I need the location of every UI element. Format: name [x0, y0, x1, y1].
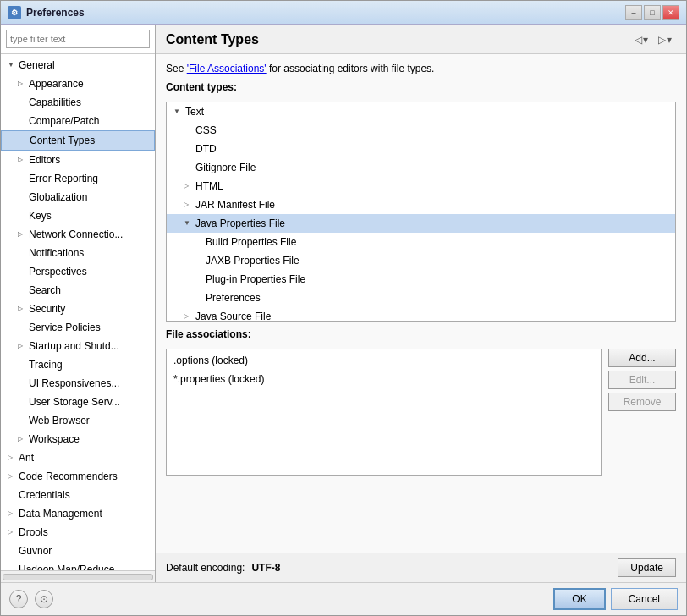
tree-item-hadoop-mapreduce[interactable]: Hadoop Map/Reduce: [1, 560, 155, 570]
tree-item-content-types[interactable]: Content Types: [1, 130, 155, 151]
tree-label-search: Search: [29, 283, 61, 298]
help-button[interactable]: ?: [9, 590, 28, 608]
fa-item-properties[interactable]: *.properties (locked): [168, 370, 599, 388]
ct-label-jaxb-properties: JAXB Properties File: [206, 253, 300, 268]
tree-label-perspectives: Perspectives: [29, 264, 87, 279]
ct-item-plugin-properties[interactable]: Plug-in Properties File: [167, 270, 675, 289]
tree-item-editors[interactable]: ▷Editors: [1, 151, 155, 169]
encoding-row: Default encoding: UTF-8 Update: [156, 553, 686, 582]
tree-item-ui-responsiveness[interactable]: UI Responsivenes...: [1, 374, 155, 393]
encoding-label: Default encoding:: [166, 562, 245, 574]
ct-item-build-properties[interactable]: Build Properties File: [167, 233, 675, 251]
ct-arrow-java-properties: ▼: [184, 216, 192, 231]
ct-arrow-java-source: ▷: [184, 309, 192, 322]
tree-item-credentials[interactable]: Credentials: [1, 486, 155, 504]
tree-item-workspace[interactable]: ▷Workspace: [1, 430, 155, 448]
fa-item-options[interactable]: .options (locked): [168, 351, 599, 370]
ct-item-jar-manifest[interactable]: ▷JAR Manifest File: [167, 195, 675, 214]
filter-input[interactable]: [6, 30, 150, 48]
horizontal-scrollbar[interactable]: [1, 570, 155, 582]
link-button[interactable]: ⊙: [35, 590, 53, 608]
ok-button[interactable]: OK: [553, 588, 605, 610]
tree-item-globalization[interactable]: Globalization: [1, 188, 155, 206]
tree-arrow-data-management: ▷: [8, 506, 16, 521]
file-assoc-list[interactable]: .options (locked)*.properties (locked): [166, 349, 602, 476]
update-button[interactable]: Update: [618, 558, 676, 577]
tree-item-ant[interactable]: ▷Ant: [1, 448, 155, 467]
tree-item-error-reporting[interactable]: Error Reporting: [1, 169, 155, 188]
tree-item-compare-patch[interactable]: Compare/Patch: [1, 112, 155, 130]
tree-item-perspectives[interactable]: Perspectives: [1, 262, 155, 281]
tree-item-code-recommenders[interactable]: ▷Code Recommenders: [1, 467, 155, 486]
ct-arrow-jar-manifest: ▷: [184, 197, 192, 212]
tree-label-data-management: Data Management: [19, 506, 102, 521]
bottom-bar: ? ⊙ OK Cancel: [1, 582, 686, 615]
tree-label-editors: Editors: [29, 152, 60, 168]
ct-label-html: HTML: [195, 179, 223, 194]
tree-item-appearance[interactable]: ▷Appearance: [1, 74, 155, 93]
ct-item-java-source[interactable]: ▷Java Source File: [167, 307, 675, 322]
back-button[interactable]: ◁ ▾: [630, 31, 652, 48]
ct-item-text-root[interactable]: ▼Text: [167, 102, 675, 121]
tree-label-network-connections: Network Connectio...: [29, 227, 123, 242]
minimize-button[interactable]: –: [625, 5, 642, 20]
tree-item-keys[interactable]: Keys: [1, 206, 155, 225]
right-panel: Content Types ◁ ▾ ▷ ▾ See 'File Associat…: [156, 25, 686, 582]
tree-item-user-storage[interactable]: User Storage Serv...: [1, 393, 155, 411]
content-types-panel[interactable]: ▼TextCSSDTDGitignore File▷HTML▷JAR Manif…: [166, 102, 676, 322]
tree-label-security: Security: [29, 301, 65, 316]
tree-item-network-connections[interactable]: ▷Network Connectio...: [1, 225, 155, 244]
tree-item-drools[interactable]: ▷Drools: [1, 523, 155, 542]
ct-item-gitignore[interactable]: Gitignore File: [167, 158, 675, 177]
tree-container[interactable]: ▼General▷AppearanceCapabilitiesCompare/P…: [1, 54, 155, 570]
tree-item-notifications[interactable]: Notifications: [1, 244, 155, 262]
ct-item-html[interactable]: ▷HTML: [167, 177, 675, 195]
preferences-window: ⚙ Preferences – □ ✕ ▼General▷AppearanceC…: [0, 0, 687, 616]
ct-item-preferences[interactable]: Preferences: [167, 289, 675, 307]
ct-label-gitignore: Gitignore File: [195, 160, 256, 175]
main-content: ▼General▷AppearanceCapabilitiesCompare/P…: [1, 25, 686, 582]
desc-prefix: See: [166, 63, 187, 74]
ct-item-jaxb-properties[interactable]: JAXB Properties File: [167, 251, 675, 270]
assoc-buttons: Add... Edit... Remove: [608, 349, 676, 476]
maximize-button[interactable]: □: [644, 5, 661, 20]
tree-item-startup-shutdown[interactable]: ▷Startup and Shutd...: [1, 337, 155, 355]
ct-item-css[interactable]: CSS: [167, 121, 675, 140]
edit-button[interactable]: Edit...: [608, 371, 676, 389]
toolbar: ◁ ▾ ▷ ▾: [630, 31, 676, 48]
desc-suffix: for associating editors with file types.: [267, 63, 435, 74]
left-panel: ▼General▷AppearanceCapabilitiesCompare/P…: [1, 25, 156, 582]
tree-label-service-policies: Service Policies: [29, 320, 101, 335]
forward-button[interactable]: ▷ ▾: [654, 31, 676, 48]
tree-item-capabilities[interactable]: Capabilities: [1, 93, 155, 112]
tree-item-web-browser[interactable]: Web Browser: [1, 411, 155, 430]
tree-label-credentials: Credentials: [19, 487, 70, 503]
tree-arrow-workspace: ▷: [18, 432, 26, 447]
tree-arrow-ant: ▷: [8, 450, 16, 465]
tree-item-data-management[interactable]: ▷Data Management: [1, 504, 155, 523]
tree-label-keys: Keys: [29, 208, 52, 223]
ct-item-java-properties[interactable]: ▼Java Properties File: [167, 214, 675, 233]
file-assoc-label: File associations:: [166, 328, 676, 340]
add-button[interactable]: Add...: [608, 349, 676, 367]
tree-item-security[interactable]: ▷Security: [1, 300, 155, 318]
back-icon: ◁: [635, 34, 642, 46]
tree-arrow-editors: ▷: [18, 152, 26, 168]
remove-button[interactable]: Remove: [608, 393, 676, 411]
file-assoc-link[interactable]: 'File Associations': [187, 63, 267, 74]
description: See 'File Associations' for associating …: [166, 63, 676, 74]
ct-label-jar-manifest: JAR Manifest File: [195, 197, 275, 212]
window-controls: – □ ✕: [625, 5, 679, 20]
close-button[interactable]: ✕: [662, 5, 679, 20]
scrollbar-track[interactable]: [3, 574, 153, 580]
tree-item-search[interactable]: Search: [1, 281, 155, 300]
ct-item-dtd[interactable]: DTD: [167, 140, 675, 158]
bottom-left: ? ⊙: [9, 590, 53, 608]
cancel-button[interactable]: Cancel: [611, 588, 678, 610]
tree-arrow-network-connections: ▷: [18, 227, 26, 242]
tree-item-guvnor[interactable]: Guvnor: [1, 542, 155, 560]
tree-item-general[interactable]: ▼General: [1, 56, 155, 74]
ct-label-dtd: DTD: [195, 141, 217, 157]
tree-item-service-policies[interactable]: Service Policies: [1, 318, 155, 337]
tree-item-tracing[interactable]: Tracing: [1, 355, 155, 374]
